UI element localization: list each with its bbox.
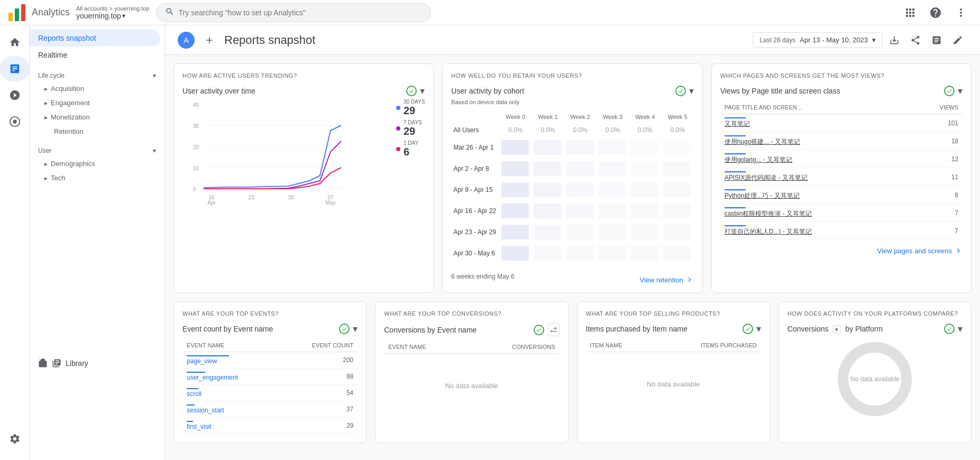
col-items-purchased: ITEMS PURCHASED	[654, 339, 761, 352]
edit-button[interactable]	[948, 31, 967, 50]
card3-status	[944, 86, 955, 96]
card5-filter-button[interactable]: ⥄	[547, 323, 560, 336]
expand-icon: ▸	[44, 85, 48, 93]
cohort-footer: 6 weeks ending May 6	[451, 273, 514, 280]
expand-icon: ▸	[44, 160, 48, 168]
table-row: 使用golang... - 又耳笔记 12	[720, 150, 963, 168]
card7-menu-button[interactable]: ▾	[958, 323, 963, 335]
svg-text:40: 40	[193, 102, 199, 108]
card1-menu-button[interactable]: ▾	[420, 85, 425, 97]
add-report-button[interactable]	[201, 32, 218, 49]
status-check-icon	[406, 86, 417, 96]
col-page-title: PAGE TITLE AND SCREEN...	[720, 101, 909, 114]
cohort-row-1: Mar 26 - Apr 1	[451, 137, 693, 158]
col-event-count: EVENT COUNT	[278, 339, 358, 352]
card2-title: User activity by cohort ▾	[451, 85, 693, 97]
cohort-th-w4: Week 4	[629, 111, 661, 123]
sidebar-item-tech[interactable]: ▸ Tech	[30, 171, 164, 185]
expand-icon: ▸	[44, 114, 48, 121]
table-row: user_engagement 88	[182, 369, 358, 385]
event-link[interactable]: first_visit	[187, 423, 212, 430]
more-options-button[interactable]	[950, 2, 972, 23]
cohort-row-2: Apr 2 - Apr 8	[451, 158, 693, 179]
nav-home[interactable]	[0, 30, 30, 55]
event-link[interactable]: scroll	[187, 390, 202, 398]
sidebar-item-retention[interactable]: Retention	[30, 124, 164, 139]
event-link[interactable]: user_engagement	[187, 374, 238, 381]
card7-title: Conversions ▾ by Platform ▾	[787, 323, 963, 335]
content-header: A Reports snapshot Last 28 days Apr 13 -…	[165, 25, 980, 55]
col-views: VIEWS	[909, 101, 963, 114]
page-views-table: PAGE TITLE AND SCREEN... VIEWS 又耳笔记 101	[720, 101, 963, 240]
cohort-th-w2: Week 2	[564, 111, 597, 123]
sidebar-item-label: Reports snapshot	[38, 34, 96, 42]
platform-donut-chart: No data available	[787, 337, 963, 421]
card5-section-title: WHAT ARE YOUR TOP CONVERSIONS?	[384, 310, 559, 317]
date-range-picker[interactable]: Last 28 days Apr 13 - May 10, 2023 ▾	[753, 32, 883, 48]
table-row: APISIX源代码阅读 - 又耳笔记 11	[720, 168, 963, 186]
events-table: EVENT NAME EVENT COUNT page_view 200	[182, 339, 358, 434]
left-nav	[0, 25, 30, 460]
view-retention-link[interactable]: View retention	[640, 275, 694, 284]
share-button[interactable]	[906, 31, 925, 50]
sidebar-item-demographics[interactable]: ▸ Demographics	[30, 157, 164, 171]
legend-30days-value: 29	[404, 105, 425, 116]
card7-status	[944, 324, 955, 334]
search-bar[interactable]	[156, 3, 431, 22]
account-selector[interactable]: All accounts > youerning.top youerning.t…	[76, 5, 150, 20]
event-link[interactable]: page_view	[187, 357, 217, 365]
export-button[interactable]	[885, 31, 904, 50]
card3-menu-button[interactable]: ▾	[958, 85, 963, 97]
event-link[interactable]: session_start	[187, 407, 224, 414]
nav-advertising[interactable]	[0, 109, 30, 134]
account-name[interactable]: youerning.top ▾	[76, 12, 150, 20]
card-products: WHAT ARE YOUR TOP SELLING PRODUCTS? Item…	[577, 301, 770, 443]
svg-rect-0	[8, 13, 13, 21]
card6-menu-button[interactable]: ▾	[756, 323, 761, 335]
card6-status	[743, 324, 753, 334]
products-no-data: No data available	[586, 352, 761, 416]
cohort-row-5: Apr 23 - Apr 29	[451, 222, 693, 243]
legend-7days-value: 29	[404, 125, 422, 137]
svg-text:0: 0	[193, 187, 196, 192]
card2-menu-button[interactable]: ▾	[689, 85, 694, 97]
chart-legend: 30 DAYS 29 7 DAYS 29	[396, 99, 425, 158]
avatar[interactable]: A	[178, 32, 195, 49]
cohort-row-allusers: All Users 0.0% 0.0% 0.0% 0.0% 0.0% 0.0%	[451, 123, 693, 137]
card6-section-title: WHAT ARE YOUR TOP SELLING PRODUCTS?	[586, 310, 761, 317]
nav-explore[interactable]	[0, 82, 30, 108]
card7-dropdown[interactable]: ▾	[832, 325, 841, 334]
card1-section-title: HOW ARE ACTIVE USERS TRENDING?	[182, 72, 425, 79]
apps-button[interactable]	[900, 2, 921, 23]
cohort-row-6: Apr 30 - May 6	[451, 243, 693, 264]
sidebar-item-reports-snapshot[interactable]: Reports snapshot	[30, 30, 160, 47]
card4-section-title: WHAT ARE YOUR TOP EVENTS?	[182, 310, 358, 317]
svg-text:May: May	[326, 200, 336, 206]
sidebar-item-acquisition[interactable]: ▸ Acquisition	[30, 81, 164, 96]
nav-settings[interactable]	[0, 426, 30, 460]
card2-section-title: HOW WELL DO YOU RETAIN YOUR USERS?	[451, 72, 693, 79]
legend-1day-label: 1 DAY	[404, 140, 418, 146]
svg-text:Apr: Apr	[207, 200, 216, 206]
table-row: 使用hugo搭建... - 又耳笔记 18	[720, 132, 963, 150]
help-button[interactable]	[925, 2, 946, 23]
legend-7days-label: 7 DAYS	[404, 119, 422, 125]
insights-button[interactable]	[927, 31, 946, 50]
sidebar-section-user[interactable]: User ▾	[30, 139, 164, 157]
sidebar-item-monetization[interactable]: ▸ Monetization	[30, 110, 164, 124]
svg-text:30: 30	[193, 123, 199, 129]
search-input[interactable]	[179, 8, 422, 17]
card4-title: Event count by Event name ▾	[182, 323, 358, 335]
view-pages-link[interactable]: View pages and screens	[720, 246, 963, 255]
sidebar-section-lifecycle[interactable]: Life cycle ▾	[30, 63, 164, 81]
expand-icon: ▸	[44, 99, 48, 107]
card-page-views: WHICH PAGES AND SCREENS GET THE MOST VIE…	[711, 63, 972, 293]
sidebar-library[interactable]: Library	[30, 354, 164, 372]
chevron-down-icon: ▾	[872, 36, 876, 44]
sidebar-item-realtime[interactable]: Realtime	[30, 47, 160, 63]
nav-reports[interactable]	[0, 56, 30, 81]
sidebar-item-engagement[interactable]: ▸ Engagement	[30, 96, 164, 110]
main-content: A Reports snapshot Last 28 days Apr 13 -…	[165, 25, 980, 460]
col-conv-event: EVENT NAME	[384, 341, 467, 354]
card4-menu-button[interactable]: ▾	[353, 323, 358, 335]
